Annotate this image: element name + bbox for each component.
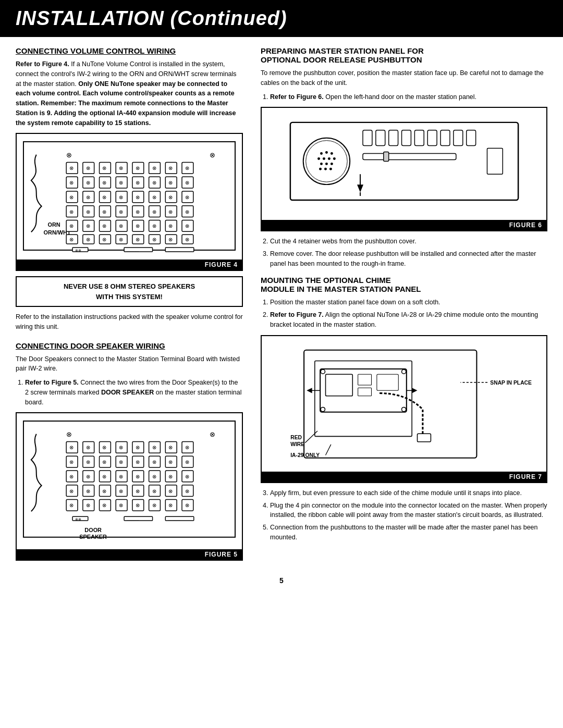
svg-text:⊗: ⊗ [136,445,140,451]
svg-rect-234 [358,388,372,396]
svg-text:............: ............ [127,249,139,252]
master-panel-list: Refer to Figure 6. Open the left-hand do… [261,92,547,102]
svg-text:⊗: ⊗ [86,445,90,451]
svg-text:⊗: ⊗ [152,445,156,451]
fig7-ref-bold: Refer to Figure 7. [270,311,324,318]
chime-list: Position the master station panel face d… [261,298,547,329]
svg-text:⊗: ⊗ [86,503,90,509]
svg-text:⊗: ⊗ [152,180,156,186]
svg-point-212 [324,168,326,170]
master-list-item-2: Cut the 4 retainer webs from the pushbut… [270,237,547,246]
svg-text:⊗: ⊗ [86,180,90,186]
svg-text:⊗: ⊗ [119,180,123,186]
figure7-label: FIGURE 7 [262,472,546,482]
right-section1-title-line1: PREPARING MASTER STATION PANEL FOR [261,46,424,55]
after-fig-text: Refer to the installation instructions p… [16,312,243,332]
svg-point-207 [333,157,335,160]
svg-text:⊗: ⊗ [136,459,140,465]
svg-rect-222 [466,130,475,146]
svg-text:⊗: ⊗ [119,503,123,509]
chime-list-item-3: Apply firm, but even pressure to each si… [270,488,547,498]
svg-text:⊗: ⊗ [119,445,123,451]
svg-text:⊗: ⊗ [69,224,74,229]
svg-text:⊗: ⊗ [69,194,74,200]
svg-text:⊗: ⊗ [119,459,123,465]
svg-point-237 [402,369,406,373]
svg-text:⊗: ⊗ [168,166,173,171]
section-title-master-panel: PREPARING MASTER STATION PANEL FOR OPTIO… [261,46,547,64]
svg-rect-235 [377,374,398,390]
page-header: INSTALLATION (Continued) [0,0,563,37]
chime-list-item-1: Position the master station panel face d… [270,298,547,307]
svg-text:⊗: ⊗ [168,488,173,494]
figure7-box: SNAP IN PLACE RED WIRE IA-29 ONLY [261,335,547,483]
svg-text:⊗: ⊗ [210,151,215,159]
svg-rect-223 [363,154,456,160]
svg-text:⊗: ⊗ [119,488,123,494]
svg-text:⊗: ⊗ [185,166,189,171]
svg-text:⊗: ⊗ [102,445,106,451]
door-list-item-1: Refer to Figure 5. Connect the two wires… [25,378,243,407]
svg-text:⊗: ⊗ [152,224,156,229]
svg-text:............: ............ [127,517,139,521]
figure5-box: ⊗ ⊗ ⊗ ⊗ ⊗ ⊗ ⊗ ⊗ ⊗ ⊗ ⊗ [16,412,243,561]
figure6-container [262,108,546,220]
svg-text:⊗: ⊗ [185,503,189,509]
svg-rect-218 [414,130,424,146]
svg-rect-219 [427,130,437,146]
figure6-box: FIGURE 6 [261,107,547,231]
master-list-item-1: Refer to Figure 6. Open the left-hand do… [270,92,547,102]
item3-text: Remove cover. The door release pushbutto… [270,250,536,267]
svg-text:⊗: ⊗ [185,224,189,229]
chime-list-item-2: Refer to Figure 7. Align the optional Nu… [270,310,547,330]
svg-text:⊗: ⊗ [136,474,140,479]
svg-text:⊗: ⊗ [168,237,173,242]
svg-text:DOOR: DOOR [84,527,102,533]
item2-text: Cut the 4 retainer webs from the pushbut… [270,238,417,245]
svg-text:⊗: ⊗ [86,459,90,465]
svg-text:⊗: ⊗ [152,237,156,242]
svg-text:⊗⊗: ⊗⊗ [75,517,81,521]
page-title: INSTALLATION (Continued) [16,7,547,30]
svg-rect-232 [326,374,353,396]
svg-text:⊗: ⊗ [119,474,123,479]
svg-text:⊗: ⊗ [69,180,74,186]
svg-text:⊗: ⊗ [69,503,74,509]
section-title-volume: CONNECTING VOLUME CONTROL WIRING [16,46,243,55]
figure7-container: SNAP IN PLACE RED WIRE IA-29 ONLY [262,336,546,472]
svg-point-200 [305,141,347,182]
svg-text:⊗⊗: ⊗⊗ [75,249,81,252]
svg-text:⊗: ⊗ [66,151,72,159]
svg-text:⊗: ⊗ [152,488,156,494]
svg-text:⊗: ⊗ [152,209,156,215]
svg-text:............: ............ [168,249,180,252]
svg-text:⊗: ⊗ [69,445,74,451]
svg-text:RED: RED [291,434,302,440]
svg-text:⊗: ⊗ [102,194,106,200]
svg-text:⊗: ⊗ [119,224,123,229]
figure5-diagram: ⊗ ⊗ ⊗ ⊗ ⊗ ⊗ ⊗ ⊗ ⊗ ⊗ ⊗ [17,413,242,549]
svg-text:⊗: ⊗ [86,224,90,229]
svg-text:⊗: ⊗ [136,503,140,509]
svg-text:ORN: ORN [48,222,60,228]
svg-text:⊗: ⊗ [69,166,74,171]
svg-text:⊗: ⊗ [86,488,90,494]
svg-text:⊗: ⊗ [185,194,189,200]
svg-point-204 [317,157,320,160]
svg-point-203 [330,152,333,155]
chime-item1-text: Position the master station panel face d… [270,299,440,306]
master-panel-list2: Cut the 4 retainer webs from the pushbut… [261,237,547,268]
chime-list-item-5: Connection from the pushbuttons to the m… [270,523,547,542]
svg-point-211 [319,168,322,170]
chime-list2: Apply firm, but even pressure to each si… [261,488,547,542]
chime-title-line1: MOUNTING THE OPTIONAL CHIME [261,276,391,285]
svg-text:⊗: ⊗ [136,180,140,186]
svg-text:⊗: ⊗ [168,194,173,200]
svg-text:⊗: ⊗ [102,474,106,479]
page-number: 5 [0,576,563,585]
svg-text:⊗: ⊗ [86,474,90,479]
master-list-item-3: Remove cover. The door release pushbutto… [270,249,547,269]
svg-point-206 [327,157,330,160]
svg-text:⊗: ⊗ [136,488,140,494]
svg-text:⊗: ⊗ [168,180,173,186]
